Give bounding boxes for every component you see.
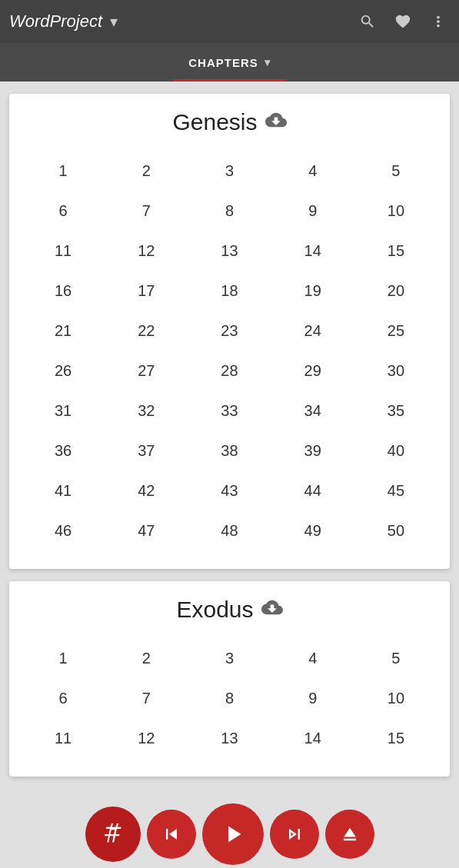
chapter-num[interactable]: 46 [22, 510, 105, 550]
chapter-num[interactable]: 39 [271, 431, 354, 471]
chapter-num[interactable]: 19 [271, 271, 354, 311]
chapter-num[interactable]: 49 [271, 510, 354, 550]
previous-button[interactable] [147, 810, 196, 859]
favorites-button[interactable] [391, 10, 414, 33]
skip-next-icon [284, 823, 305, 845]
chapter-num[interactable]: 14 [271, 718, 354, 758]
tab-chapters[interactable]: CHAPTERS ▾ [173, 43, 286, 81]
chapter-num[interactable]: 27 [105, 351, 188, 391]
chapter-num[interactable]: 11 [22, 718, 105, 758]
hashtag-icon [102, 823, 124, 845]
chapter-num[interactable]: 1 [22, 151, 105, 191]
chapter-num[interactable]: 21 [22, 311, 105, 351]
chapter-num[interactable]: 7 [105, 678, 188, 718]
app-header: WordProject ▾ [0, 0, 459, 43]
logo-italic: Project [50, 12, 102, 31]
search-icon [359, 13, 376, 30]
chapter-num[interactable]: 10 [354, 191, 437, 231]
header-icons [356, 10, 450, 33]
chapter-num[interactable]: 17 [105, 271, 188, 311]
chapter-num[interactable]: 5 [354, 638, 437, 678]
chapter-num[interactable]: 5 [354, 151, 437, 191]
genesis-download-icon[interactable] [265, 109, 287, 135]
next-button[interactable] [270, 810, 319, 859]
chapter-num[interactable]: 47 [105, 510, 188, 550]
chapter-num[interactable]: 4 [271, 638, 354, 678]
chapter-num[interactable]: 2 [105, 638, 188, 678]
chapter-num[interactable]: 24 [271, 311, 354, 351]
chapter-num[interactable]: 15 [354, 718, 437, 758]
chapter-num[interactable]: 42 [105, 471, 188, 510]
chapter-num[interactable]: 12 [105, 718, 188, 758]
exodus-title-row: Exodus [22, 597, 437, 623]
chapter-num[interactable]: 1 [22, 638, 105, 678]
chapter-num[interactable]: 16 [22, 271, 105, 311]
chapter-num[interactable]: 6 [22, 191, 105, 231]
genesis-card: Genesis 12345678910111213141516171819202… [9, 94, 450, 569]
chapter-num[interactable]: 3 [188, 151, 271, 191]
more-options-button[interactable] [427, 10, 450, 33]
play-icon [219, 820, 247, 848]
chapter-num[interactable]: 13 [188, 718, 271, 758]
chapter-num[interactable]: 8 [188, 191, 271, 231]
chapter-num[interactable]: 25 [354, 311, 437, 351]
chapter-num[interactable]: 28 [188, 351, 271, 391]
search-button[interactable] [356, 10, 379, 33]
exodus-title: Exodus [176, 597, 253, 623]
chapter-num[interactable]: 34 [271, 391, 354, 431]
exodus-card: Exodus 123456789101112131415 [9, 581, 450, 777]
skip-previous-icon [161, 823, 182, 845]
genesis-title: Genesis [172, 109, 257, 135]
header-dropdown-button[interactable]: ▾ [107, 9, 121, 34]
chapter-num[interactable]: 23 [188, 311, 271, 351]
chapter-num[interactable]: 37 [105, 431, 188, 471]
chapter-num[interactable]: 4 [271, 151, 354, 191]
chapter-num[interactable]: 18 [188, 271, 271, 311]
chapter-num[interactable]: 50 [354, 510, 437, 550]
chapter-num[interactable]: 44 [271, 471, 354, 510]
more-icon [430, 13, 447, 30]
chapter-num[interactable]: 9 [271, 191, 354, 231]
chapter-num[interactable]: 36 [22, 431, 105, 471]
exodus-chapter-grid: 123456789101112131415 [22, 638, 437, 758]
chapter-num[interactable]: 29 [271, 351, 354, 391]
eject-button[interactable] [325, 810, 374, 859]
chapter-num[interactable]: 8 [188, 678, 271, 718]
exodus-download-icon[interactable] [261, 597, 283, 623]
chapter-num[interactable]: 48 [188, 510, 271, 550]
chapter-num[interactable]: 33 [188, 391, 271, 431]
chapter-num[interactable]: 11 [22, 231, 105, 271]
chapter-num[interactable]: 31 [22, 391, 105, 431]
chapter-num[interactable]: 22 [105, 311, 188, 351]
chapter-num[interactable]: 7 [105, 191, 188, 231]
hashtag-button[interactable] [85, 806, 141, 862]
heart-icon [394, 13, 411, 30]
chapter-num[interactable]: 6 [22, 678, 105, 718]
tab-bar: CHAPTERS ▾ [0, 43, 459, 81]
chapter-num[interactable]: 3 [188, 638, 271, 678]
chapter-num[interactable]: 9 [271, 678, 354, 718]
chapter-num[interactable]: 10 [354, 678, 437, 718]
chapter-num[interactable]: 40 [354, 431, 437, 471]
eject-icon [339, 823, 361, 845]
chapter-num[interactable]: 35 [354, 391, 437, 431]
chapter-num[interactable]: 41 [22, 471, 105, 510]
chapter-num[interactable]: 30 [354, 351, 437, 391]
chapter-num[interactable]: 43 [188, 471, 271, 510]
chapter-num[interactable]: 15 [354, 231, 437, 271]
chapter-num[interactable]: 20 [354, 271, 437, 311]
chapter-num[interactable]: 26 [22, 351, 105, 391]
chapter-num[interactable]: 32 [105, 391, 188, 431]
chapter-num[interactable]: 12 [105, 231, 188, 271]
genesis-chapter-grid: 1234567891011121314151617181920212223242… [22, 151, 437, 550]
play-button[interactable] [202, 803, 264, 865]
chapter-num[interactable]: 14 [271, 231, 354, 271]
chapter-num[interactable]: 13 [188, 231, 271, 271]
chapter-num[interactable]: 38 [188, 431, 271, 471]
logo-text: WordProject [9, 12, 102, 32]
media-player-bar [0, 800, 459, 868]
content-area: Genesis 12345678910111213141516171819202… [0, 81, 459, 789]
chapter-num[interactable]: 2 [105, 151, 188, 191]
logo-area: WordProject ▾ [9, 9, 356, 34]
chapter-num[interactable]: 45 [354, 471, 437, 510]
